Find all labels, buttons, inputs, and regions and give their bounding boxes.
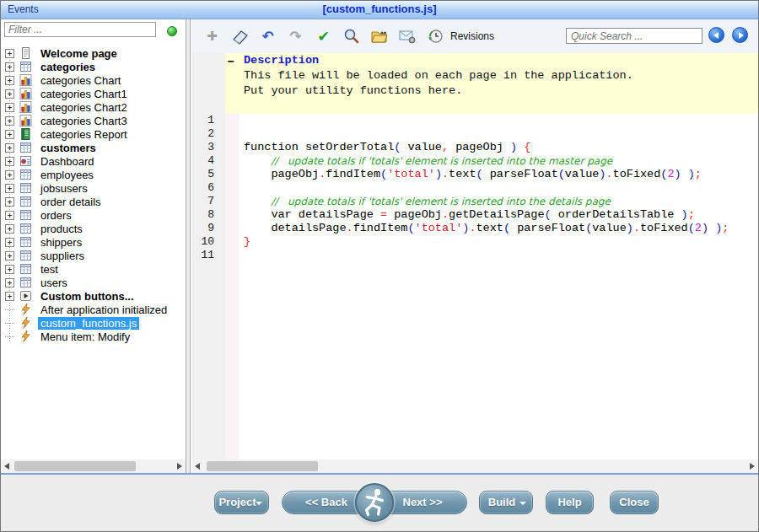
code-line[interactable]: 7 // update totals if 'totals' element i… xyxy=(191,195,758,208)
tree-item[interactable]: +categories Chart3 xyxy=(1,114,186,127)
expand-plus-icon[interactable]: + xyxy=(5,265,14,274)
build-button[interactable]: Build xyxy=(479,491,533,514)
scroll-right-arrow-icon[interactable] xyxy=(750,463,755,470)
tree-item-label[interactable]: jobsusers xyxy=(38,182,90,195)
tree-item-label[interactable]: products xyxy=(38,223,85,235)
expand-plus-icon[interactable]: + xyxy=(5,116,14,126)
tree-item[interactable]: +Welcome page xyxy=(1,46,186,60)
filter-input[interactable] xyxy=(4,22,156,37)
run-button[interactable] xyxy=(355,483,394,522)
tree-horizontal-scrollbar[interactable] xyxy=(1,459,186,473)
expand-plus-icon[interactable]: + xyxy=(5,170,14,180)
tree-item-label[interactable]: Welcome page xyxy=(38,47,120,60)
redo-icon[interactable]: ↷ xyxy=(282,25,310,47)
tree-item-label[interactable]: categories Chart3 xyxy=(38,115,130,127)
scroll-left-arrow-icon[interactable] xyxy=(4,463,9,470)
expand-plus-icon[interactable]: + xyxy=(5,251,14,261)
tree-item[interactable]: custom_functions.js xyxy=(1,316,186,330)
revisions-button-label[interactable]: Revisions xyxy=(450,30,494,42)
tree-item[interactable]: +jobsusers xyxy=(1,181,186,195)
code-line[interactable]: 11 xyxy=(191,249,758,262)
tree-item[interactable]: After application initialized xyxy=(1,303,186,316)
tree-item-label[interactable]: orders xyxy=(38,209,74,222)
tree-item-label[interactable]: Menu item: Modify xyxy=(38,330,132,343)
tree-item-label[interactable]: Dashboard xyxy=(38,155,97,168)
revisions-icon[interactable] xyxy=(421,25,449,47)
code-line[interactable]: 10} xyxy=(191,235,758,249)
apply-icon[interactable]: ✔ xyxy=(310,25,337,47)
tree-item[interactable]: +categories Chart xyxy=(1,73,186,87)
tree-item-label[interactable]: shippers xyxy=(38,236,84,249)
code-editor[interactable]: − Description This file will be loaded o… xyxy=(191,53,758,459)
tree-item-label[interactable]: order details xyxy=(38,196,104,208)
tree-item-label[interactable]: categories Chart1 xyxy=(38,88,130,100)
add-icon[interactable]: ✚ xyxy=(198,25,226,47)
code-line[interactable]: 9 detailsPage.findItem('total').text( pa… xyxy=(191,222,758,235)
expand-plus-icon[interactable]: + xyxy=(5,103,14,112)
expand-plus-icon[interactable]: + xyxy=(5,89,14,99)
tree-item[interactable]: +categories Chart1 xyxy=(1,87,186,100)
open-file-icon[interactable] xyxy=(365,25,393,47)
tree-item[interactable]: +customers xyxy=(1,141,186,154)
tree-item-label[interactable]: After application initialized xyxy=(38,304,170,316)
tree-item[interactable]: +Custom buttons... xyxy=(1,289,186,303)
scrollbar-thumb[interactable] xyxy=(207,461,318,471)
search-previous-button[interactable] xyxy=(708,27,724,43)
scrollbar-thumb[interactable] xyxy=(14,461,136,471)
back-button[interactable]: << Back xyxy=(288,492,365,515)
send-email-icon[interactable] xyxy=(393,25,421,47)
help-button[interactable]: Help xyxy=(546,491,594,514)
expand-plus-icon[interactable]: + xyxy=(5,278,14,287)
tree-item[interactable]: +suppliers xyxy=(1,249,186,262)
tree-item[interactable]: +order details xyxy=(1,195,186,208)
eraser-icon[interactable] xyxy=(226,25,254,47)
search-icon[interactable] xyxy=(337,25,365,47)
expand-plus-icon[interactable]: + xyxy=(5,49,14,58)
expand-plus-icon[interactable]: + xyxy=(5,157,14,166)
expand-plus-icon[interactable]: + xyxy=(5,184,14,193)
tree-item-label[interactable]: test xyxy=(38,263,61,276)
tree-item[interactable]: +employees xyxy=(1,168,186,181)
editor-horizontal-scrollbar[interactable] xyxy=(191,459,758,473)
scroll-left-arrow-icon[interactable] xyxy=(195,463,200,470)
tree-item-label[interactable]: Custom buttons... xyxy=(38,290,137,303)
next-button[interactable]: Next >> xyxy=(384,492,461,515)
tree-item-label[interactable]: categories xyxy=(38,61,98,73)
code-line[interactable]: 1 xyxy=(191,114,758,127)
tree-item-label[interactable]: suppliers xyxy=(38,250,87,262)
tree-item[interactable]: +categories Chart2 xyxy=(1,100,186,114)
code-line[interactable]: 6 xyxy=(191,181,758,195)
fold-collapse-icon[interactable]: − xyxy=(228,54,234,69)
code-line[interactable]: 3function setOrderTotal( value, pageObj … xyxy=(191,141,758,154)
tree-item[interactable]: +Dashboard xyxy=(1,154,186,168)
expand-plus-icon[interactable]: + xyxy=(5,224,14,234)
close-button[interactable]: Close xyxy=(610,491,659,514)
tree-item[interactable]: +categories Report xyxy=(1,127,186,141)
tree-item-label[interactable]: users xyxy=(38,277,70,289)
tree-item-label[interactable]: employees xyxy=(38,169,96,181)
expand-plus-icon[interactable]: + xyxy=(5,62,14,72)
tree-item[interactable]: Menu item: Modify xyxy=(1,330,186,343)
expand-plus-icon[interactable]: + xyxy=(5,197,14,207)
tree-item-label[interactable]: custom_functions.js xyxy=(38,317,139,330)
expand-plus-icon[interactable]: + xyxy=(5,211,14,220)
expand-plus-icon[interactable]: + xyxy=(5,238,14,247)
tree-item[interactable]: +users xyxy=(1,276,186,289)
tree-item[interactable]: +categories xyxy=(1,60,186,73)
code-line[interactable]: 5 pageObj.findItem('total').text( parseF… xyxy=(191,168,758,181)
tree-item[interactable]: +test xyxy=(1,262,186,276)
expand-plus-icon[interactable]: + xyxy=(5,143,14,153)
project-button[interactable]: Project xyxy=(214,491,269,514)
tree-item[interactable]: +products xyxy=(1,222,186,235)
code-line[interactable]: 2 xyxy=(191,127,758,141)
expand-plus-icon[interactable]: + xyxy=(5,76,14,85)
tree-item[interactable]: +orders xyxy=(1,208,186,222)
tree-item[interactable]: +shippers xyxy=(1,235,186,249)
tree-item-label[interactable]: categories Chart xyxy=(38,74,123,87)
undo-icon[interactable]: ↶ xyxy=(254,25,282,47)
expand-plus-icon[interactable]: + xyxy=(5,292,14,301)
tree-item-label[interactable]: categories Report xyxy=(38,128,130,141)
code-line[interactable]: 8 var detailsPage = pageObj.getDetailsPa… xyxy=(191,208,758,222)
code-line[interactable]: 4 // update totals if 'totals' element i… xyxy=(191,154,758,168)
tree-item-label[interactable]: categories Chart2 xyxy=(38,101,130,114)
